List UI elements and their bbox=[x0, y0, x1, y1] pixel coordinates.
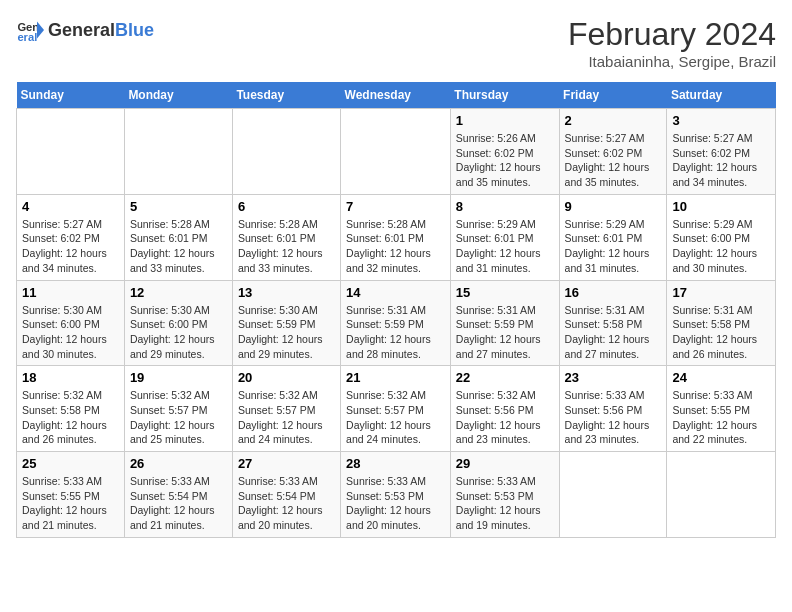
day-detail: Sunrise: 5:28 AM Sunset: 6:01 PM Dayligh… bbox=[346, 217, 445, 276]
calendar-cell: 15Sunrise: 5:31 AM Sunset: 5:59 PM Dayli… bbox=[450, 280, 559, 366]
day-detail: Sunrise: 5:32 AM Sunset: 5:58 PM Dayligh… bbox=[22, 388, 119, 447]
calendar-cell: 14Sunrise: 5:31 AM Sunset: 5:59 PM Dayli… bbox=[341, 280, 451, 366]
day-number: 29 bbox=[456, 456, 554, 471]
calendar-cell: 29Sunrise: 5:33 AM Sunset: 5:53 PM Dayli… bbox=[450, 452, 559, 538]
logo: Gen eral GeneralBlue bbox=[16, 16, 154, 44]
logo-text-blue: Blue bbox=[115, 20, 154, 41]
day-number: 24 bbox=[672, 370, 770, 385]
day-number: 6 bbox=[238, 199, 335, 214]
day-detail: Sunrise: 5:30 AM Sunset: 6:00 PM Dayligh… bbox=[130, 303, 227, 362]
col-header-thursday: Thursday bbox=[450, 82, 559, 109]
day-detail: Sunrise: 5:27 AM Sunset: 6:02 PM Dayligh… bbox=[672, 131, 770, 190]
day-detail: Sunrise: 5:33 AM Sunset: 5:53 PM Dayligh… bbox=[456, 474, 554, 533]
day-number: 17 bbox=[672, 285, 770, 300]
day-number: 19 bbox=[130, 370, 227, 385]
day-number: 11 bbox=[22, 285, 119, 300]
day-number: 2 bbox=[565, 113, 662, 128]
day-detail: Sunrise: 5:33 AM Sunset: 5:56 PM Dayligh… bbox=[565, 388, 662, 447]
calendar-cell: 5Sunrise: 5:28 AM Sunset: 6:01 PM Daylig… bbox=[124, 194, 232, 280]
svg-marker-2 bbox=[37, 22, 44, 39]
calendar-cell: 16Sunrise: 5:31 AM Sunset: 5:58 PM Dayli… bbox=[559, 280, 667, 366]
col-header-monday: Monday bbox=[124, 82, 232, 109]
day-number: 1 bbox=[456, 113, 554, 128]
day-number: 18 bbox=[22, 370, 119, 385]
day-number: 15 bbox=[456, 285, 554, 300]
day-detail: Sunrise: 5:30 AM Sunset: 6:00 PM Dayligh… bbox=[22, 303, 119, 362]
calendar-cell: 27Sunrise: 5:33 AM Sunset: 5:54 PM Dayli… bbox=[232, 452, 340, 538]
calendar-cell bbox=[341, 109, 451, 195]
day-detail: Sunrise: 5:32 AM Sunset: 5:56 PM Dayligh… bbox=[456, 388, 554, 447]
calendar-cell: 4Sunrise: 5:27 AM Sunset: 6:02 PM Daylig… bbox=[17, 194, 125, 280]
calendar-cell bbox=[667, 452, 776, 538]
calendar-cell: 28Sunrise: 5:33 AM Sunset: 5:53 PM Dayli… bbox=[341, 452, 451, 538]
day-detail: Sunrise: 5:27 AM Sunset: 6:02 PM Dayligh… bbox=[22, 217, 119, 276]
col-header-friday: Friday bbox=[559, 82, 667, 109]
title-block: February 2024 Itabaianinha, Sergipe, Bra… bbox=[568, 16, 776, 70]
page-header: Gen eral GeneralBlue February 2024 Itaba… bbox=[16, 16, 776, 70]
logo-text-general: General bbox=[48, 20, 115, 41]
day-number: 23 bbox=[565, 370, 662, 385]
day-detail: Sunrise: 5:28 AM Sunset: 6:01 PM Dayligh… bbox=[238, 217, 335, 276]
calendar-cell: 17Sunrise: 5:31 AM Sunset: 5:58 PM Dayli… bbox=[667, 280, 776, 366]
day-number: 26 bbox=[130, 456, 227, 471]
calendar-cell: 12Sunrise: 5:30 AM Sunset: 6:00 PM Dayli… bbox=[124, 280, 232, 366]
calendar-cell: 22Sunrise: 5:32 AM Sunset: 5:56 PM Dayli… bbox=[450, 366, 559, 452]
day-number: 28 bbox=[346, 456, 445, 471]
day-number: 22 bbox=[456, 370, 554, 385]
day-detail: Sunrise: 5:33 AM Sunset: 5:55 PM Dayligh… bbox=[672, 388, 770, 447]
calendar-cell: 21Sunrise: 5:32 AM Sunset: 5:57 PM Dayli… bbox=[341, 366, 451, 452]
calendar-cell bbox=[232, 109, 340, 195]
day-detail: Sunrise: 5:29 AM Sunset: 6:01 PM Dayligh… bbox=[456, 217, 554, 276]
calendar-cell bbox=[559, 452, 667, 538]
calendar-week-3: 11Sunrise: 5:30 AM Sunset: 6:00 PM Dayli… bbox=[17, 280, 776, 366]
day-number: 7 bbox=[346, 199, 445, 214]
calendar-cell: 3Sunrise: 5:27 AM Sunset: 6:02 PM Daylig… bbox=[667, 109, 776, 195]
calendar-header-row: SundayMondayTuesdayWednesdayThursdayFrid… bbox=[17, 82, 776, 109]
calendar-cell: 13Sunrise: 5:30 AM Sunset: 5:59 PM Dayli… bbox=[232, 280, 340, 366]
calendar-cell: 1Sunrise: 5:26 AM Sunset: 6:02 PM Daylig… bbox=[450, 109, 559, 195]
logo-icon: Gen eral bbox=[16, 16, 44, 44]
day-detail: Sunrise: 5:29 AM Sunset: 6:00 PM Dayligh… bbox=[672, 217, 770, 276]
calendar-cell: 9Sunrise: 5:29 AM Sunset: 6:01 PM Daylig… bbox=[559, 194, 667, 280]
calendar-cell: 18Sunrise: 5:32 AM Sunset: 5:58 PM Dayli… bbox=[17, 366, 125, 452]
day-detail: Sunrise: 5:32 AM Sunset: 5:57 PM Dayligh… bbox=[238, 388, 335, 447]
day-detail: Sunrise: 5:33 AM Sunset: 5:54 PM Dayligh… bbox=[130, 474, 227, 533]
day-detail: Sunrise: 5:31 AM Sunset: 5:59 PM Dayligh… bbox=[456, 303, 554, 362]
calendar-week-5: 25Sunrise: 5:33 AM Sunset: 5:55 PM Dayli… bbox=[17, 452, 776, 538]
col-header-tuesday: Tuesday bbox=[232, 82, 340, 109]
calendar-cell: 10Sunrise: 5:29 AM Sunset: 6:00 PM Dayli… bbox=[667, 194, 776, 280]
calendar-cell: 24Sunrise: 5:33 AM Sunset: 5:55 PM Dayli… bbox=[667, 366, 776, 452]
calendar-cell: 23Sunrise: 5:33 AM Sunset: 5:56 PM Dayli… bbox=[559, 366, 667, 452]
calendar-cell: 6Sunrise: 5:28 AM Sunset: 6:01 PM Daylig… bbox=[232, 194, 340, 280]
day-detail: Sunrise: 5:33 AM Sunset: 5:54 PM Dayligh… bbox=[238, 474, 335, 533]
day-number: 27 bbox=[238, 456, 335, 471]
day-number: 3 bbox=[672, 113, 770, 128]
calendar-cell bbox=[124, 109, 232, 195]
day-detail: Sunrise: 5:27 AM Sunset: 6:02 PM Dayligh… bbox=[565, 131, 662, 190]
day-detail: Sunrise: 5:32 AM Sunset: 5:57 PM Dayligh… bbox=[130, 388, 227, 447]
svg-text:eral: eral bbox=[17, 31, 37, 43]
day-number: 25 bbox=[22, 456, 119, 471]
day-number: 8 bbox=[456, 199, 554, 214]
col-header-wednesday: Wednesday bbox=[341, 82, 451, 109]
col-header-saturday: Saturday bbox=[667, 82, 776, 109]
day-number: 10 bbox=[672, 199, 770, 214]
day-detail: Sunrise: 5:31 AM Sunset: 5:58 PM Dayligh… bbox=[565, 303, 662, 362]
day-number: 20 bbox=[238, 370, 335, 385]
calendar-cell: 2Sunrise: 5:27 AM Sunset: 6:02 PM Daylig… bbox=[559, 109, 667, 195]
day-detail: Sunrise: 5:26 AM Sunset: 6:02 PM Dayligh… bbox=[456, 131, 554, 190]
calendar-week-2: 4Sunrise: 5:27 AM Sunset: 6:02 PM Daylig… bbox=[17, 194, 776, 280]
day-detail: Sunrise: 5:28 AM Sunset: 6:01 PM Dayligh… bbox=[130, 217, 227, 276]
day-detail: Sunrise: 5:30 AM Sunset: 5:59 PM Dayligh… bbox=[238, 303, 335, 362]
main-title: February 2024 bbox=[568, 16, 776, 53]
day-detail: Sunrise: 5:31 AM Sunset: 5:58 PM Dayligh… bbox=[672, 303, 770, 362]
day-detail: Sunrise: 5:33 AM Sunset: 5:53 PM Dayligh… bbox=[346, 474, 445, 533]
day-detail: Sunrise: 5:32 AM Sunset: 5:57 PM Dayligh… bbox=[346, 388, 445, 447]
calendar-week-4: 18Sunrise: 5:32 AM Sunset: 5:58 PM Dayli… bbox=[17, 366, 776, 452]
calendar-week-1: 1Sunrise: 5:26 AM Sunset: 6:02 PM Daylig… bbox=[17, 109, 776, 195]
col-header-sunday: Sunday bbox=[17, 82, 125, 109]
calendar-cell: 11Sunrise: 5:30 AM Sunset: 6:00 PM Dayli… bbox=[17, 280, 125, 366]
calendar-cell: 19Sunrise: 5:32 AM Sunset: 5:57 PM Dayli… bbox=[124, 366, 232, 452]
calendar-cell: 25Sunrise: 5:33 AM Sunset: 5:55 PM Dayli… bbox=[17, 452, 125, 538]
day-detail: Sunrise: 5:31 AM Sunset: 5:59 PM Dayligh… bbox=[346, 303, 445, 362]
